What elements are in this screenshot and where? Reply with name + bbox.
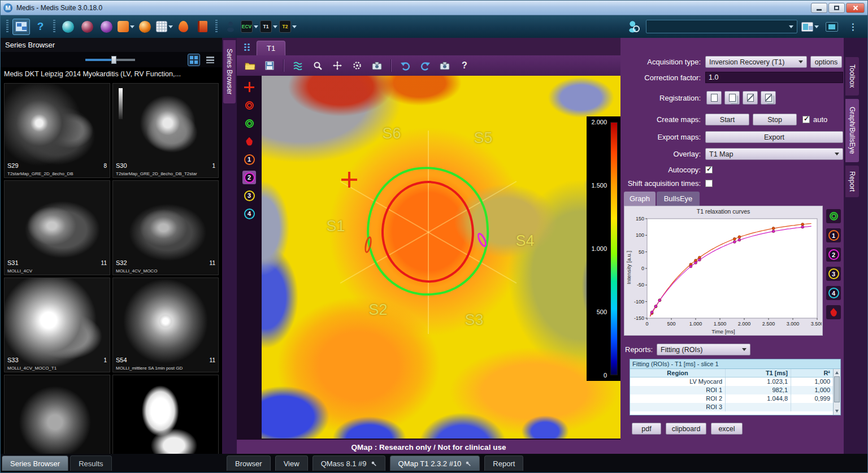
- redo-button[interactable]: [418, 58, 432, 73]
- series-thumbnail[interactable]: S5411MOLLI_mittlere SA 1min post GD: [112, 277, 219, 372]
- patient-search-button[interactable]: [624, 19, 642, 35]
- dock-tab-report[interactable]: Report: [845, 166, 859, 197]
- series-thumbnail[interactable]: S3111MOLLI_4CV: [4, 180, 110, 275]
- search-combobox[interactable]: [646, 20, 797, 33]
- series-thumbnail[interactable]: S561MOLLI_mittlere SA 1min post GD_MOCO_…: [112, 375, 219, 454]
- registration-affine-button[interactable]: [743, 91, 758, 105]
- medis-app-button[interactable]: [59, 19, 77, 35]
- series-thumbnail[interactable]: S3211MOLLI_4CV_MOCO: [112, 180, 219, 275]
- qstrain-app-button[interactable]: [98, 19, 115, 35]
- help-button[interactable]: ?: [32, 19, 49, 35]
- maximize-button[interactable]: [828, 3, 845, 13]
- ecv-tool-button[interactable]: ECV: [241, 19, 258, 35]
- stop-button[interactable]: Stop: [753, 114, 797, 125]
- app-tab-qmap-t1-2-3-2-10[interactable]: QMap T1 2.3.2 #10: [390, 455, 480, 471]
- t1-map-image[interactable]: S1 S2 S3 S4 S5 S6 2.0001.5001.0005000: [262, 76, 620, 439]
- close-button[interactable]: [846, 3, 865, 13]
- toolbar-grip[interactable]: [6, 20, 8, 33]
- reference-cross-marker[interactable]: [341, 172, 357, 188]
- patient-button[interactable]: [222, 19, 239, 35]
- list-view-button[interactable]: [204, 54, 216, 66]
- registration-deformable-button[interactable]: [761, 91, 776, 105]
- overlay-dropdown[interactable]: T1 Map: [705, 148, 843, 160]
- grid-view-button[interactable]: [188, 54, 200, 66]
- series-thumbnail[interactable]: S298T2starMap_GRE_2D_8echo_DB: [4, 83, 110, 178]
- calculator-app-button[interactable]: [155, 19, 173, 35]
- shift-acquisition-checkbox[interactable]: [705, 180, 713, 187]
- drag-handle-icon[interactable]: [244, 43, 251, 52]
- options-button[interactable]: options: [810, 56, 842, 68]
- epi-curve-button[interactable]: [826, 209, 841, 223]
- tab-graph[interactable]: Graph: [624, 192, 656, 206]
- app-tab-browser[interactable]: Browser: [227, 455, 271, 471]
- open-button[interactable]: [242, 58, 257, 73]
- dock-tab-series-browser[interactable]: Series Browser: [223, 40, 236, 103]
- clipboard-button[interactable]: clipboard: [666, 423, 706, 435]
- app-tab-qmass-8-1-9[interactable]: QMass 8.1 #9: [313, 455, 385, 471]
- screen-layout-button[interactable]: [801, 19, 819, 35]
- overflow-menu-button[interactable]: ⋮: [844, 19, 862, 35]
- app-tab-view[interactable]: View: [275, 455, 308, 471]
- endo-contour-tool-button[interactable]: [242, 98, 256, 112]
- export-image-button[interactable]: [437, 58, 452, 73]
- dock-tab-toolbox[interactable]: Toolbox: [845, 57, 859, 96]
- roi-1-tool-button[interactable]: 1: [242, 153, 256, 166]
- report-table-row[interactable]: LV Myocard1.023,11,000: [630, 377, 840, 386]
- roi-3-tool-button[interactable]: 3: [242, 189, 256, 202]
- view-app-button[interactable]: [136, 19, 154, 35]
- dock-tab-graph-bullseye[interactable]: Graph/BullsEye: [845, 99, 859, 162]
- roi-3-curve-button[interactable]: 3: [826, 267, 841, 281]
- display-settings-button[interactable]: [350, 58, 364, 73]
- blood-pool-button[interactable]: [826, 305, 841, 319]
- crosshair-tool-button[interactable]: [242, 80, 256, 94]
- export-app-button[interactable]: [117, 19, 134, 35]
- marker-tool-button[interactable]: [242, 134, 256, 148]
- viewer-tab-t1[interactable]: T1: [257, 41, 285, 55]
- epi-contour-tool-button[interactable]: [242, 116, 256, 130]
- zoom-button[interactable]: [310, 58, 325, 73]
- qmap-app-button[interactable]: [194, 19, 211, 35]
- viewer-help-button[interactable]: ?: [457, 58, 472, 73]
- registration-none-button[interactable]: [706, 91, 722, 105]
- toolbar-grip[interactable]: [53, 20, 55, 33]
- snapshot-button[interactable]: [370, 58, 384, 73]
- series-thumbnail[interactable]: S331MOLLI_4CV_MOCO_T1: [4, 277, 110, 372]
- roi-1-curve-button[interactable]: 1: [826, 228, 841, 242]
- dual-monitor-button[interactable]: [823, 19, 840, 35]
- tab-bullseye[interactable]: BullsEye: [657, 192, 700, 206]
- autocopy-checkbox[interactable]: [705, 166, 713, 173]
- contours-button[interactable]: [290, 58, 305, 73]
- save-button[interactable]: [262, 58, 277, 73]
- panel-tab-results[interactable]: Results: [70, 455, 111, 471]
- pan-button[interactable]: [330, 58, 345, 73]
- t2-tool-button[interactable]: T2: [279, 19, 297, 35]
- roi-4-tool-button[interactable]: 4: [242, 207, 256, 220]
- search-input[interactable]: [646, 23, 788, 31]
- t1-tool-button[interactable]: T1: [260, 19, 277, 35]
- pdf-button[interactable]: pdf: [632, 423, 661, 435]
- roi-4-curve-button[interactable]: 4: [826, 286, 841, 300]
- table-scrollbar[interactable]: [833, 369, 840, 415]
- report-table-row[interactable]: ROI 21.044,80,999: [630, 394, 840, 403]
- correction-factor-field[interactable]: [705, 72, 843, 83]
- reports-dropdown[interactable]: Fitting (ROIs): [657, 344, 750, 355]
- export-button[interactable]: Export: [705, 131, 843, 143]
- excel-button[interactable]: excel: [711, 423, 743, 435]
- qmass-app-button[interactable]: [79, 19, 96, 35]
- thumbnail-size-slider[interactable]: [85, 59, 135, 61]
- app-tab-report[interactable]: Report: [484, 455, 523, 471]
- panel-tab-series-browser[interactable]: Series Browser: [2, 455, 68, 471]
- series-thumbnail[interactable]: S301T2starMap_GRE_2D_8echo_DB_T2star: [112, 83, 219, 178]
- registration-rigid-button[interactable]: [724, 91, 740, 105]
- qmap-t2star-app-button[interactable]: [175, 19, 192, 35]
- roi-2-tool-button[interactable]: 2: [242, 171, 256, 184]
- layout-button[interactable]: [12, 19, 30, 35]
- series-thumbnail[interactable]: S5511MOLLI_mittlere SA 1min post GD_MOCO: [4, 375, 110, 454]
- report-table-row[interactable]: ROI 1982,11,000: [630, 386, 840, 394]
- minimize-button[interactable]: [811, 3, 827, 13]
- slider-handle[interactable]: [111, 56, 116, 64]
- start-button[interactable]: Start: [705, 114, 749, 125]
- undo-button[interactable]: [398, 58, 413, 73]
- acquisition-type-dropdown[interactable]: Inversion Recovery (T1): [705, 56, 807, 68]
- roi-2-curve-button[interactable]: 2: [826, 248, 841, 262]
